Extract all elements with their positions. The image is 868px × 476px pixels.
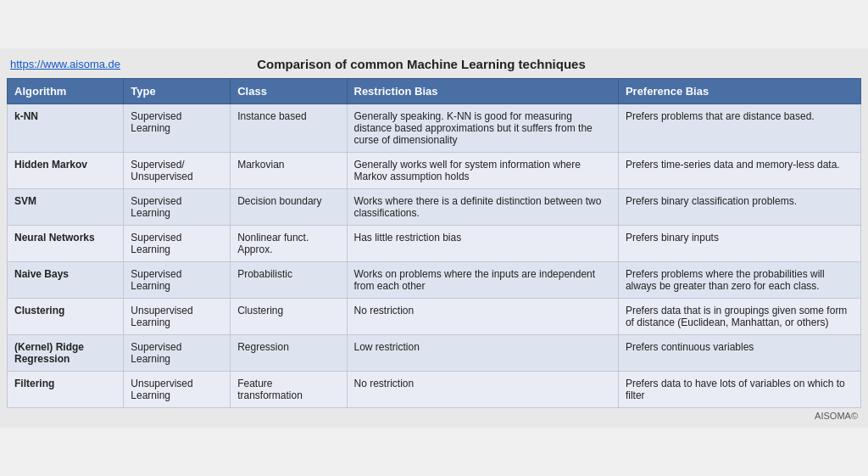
cell-algorithm: Filtering [8,372,124,408]
cell-type: Supervised Learning [124,262,231,299]
cell-algorithm: (Kernel) Ridge Regression [8,335,124,372]
cell-restriction: Works where there is a definite distinct… [347,189,618,226]
cell-class: Decision boundary [231,189,347,226]
cell-preference: Prefers binary inputs [618,226,860,262]
col-algorithm: Algorithm [8,79,124,104]
cell-type: Supervised/ Unsupervised [124,153,231,189]
cell-preference: Prefers problems where the probabilities… [618,262,860,299]
cell-restriction: No restriction [347,299,618,335]
cell-algorithm: Clustering [8,299,124,335]
copyright-text: AISOMA© [7,408,861,421]
col-restriction: Restriction Bias [347,79,618,104]
table-row: Hidden MarkovSupervised/ UnsupervisedMar… [8,153,861,189]
table-header-row: Algorithm Type Class Restriction Bias Pr… [8,79,861,104]
cell-algorithm: Neural Networks [8,226,124,262]
cell-algorithm: Hidden Markov [8,153,124,189]
cell-class: Nonlinear funct. Approx. [231,226,347,262]
cell-restriction: Works on problems where the inputs are i… [347,262,618,299]
cell-preference: Prefers binary classification problems. [618,189,860,226]
cell-restriction: Low restriction [347,335,618,372]
cell-type: Supervised Learning [124,335,231,372]
col-class: Class [231,79,347,104]
page-title: Comparison of common Machine Learning te… [120,57,722,71]
cell-class: Regression [231,335,347,372]
table-row: SVMSupervised LearningDecision boundaryW… [8,189,861,226]
cell-type: Supervised Learning [124,189,231,226]
table-row: k-NNSupervised LearningInstance basedGen… [8,104,861,153]
top-bar: https://www.aisoma.de Comparison of comm… [7,55,861,73]
cell-type: Supervised Learning [124,226,231,262]
cell-algorithm: k-NN [8,104,124,153]
cell-restriction: Has little restriction bias [347,226,618,262]
cell-type: Unsupervised Learning [124,299,231,335]
comparison-table: Algorithm Type Class Restriction Bias Pr… [7,78,861,408]
cell-class: Feature transformation [231,372,347,408]
table-row: Naive BaysSupervised LearningProbabilist… [8,262,861,299]
cell-type: Supervised Learning [124,104,231,153]
site-link[interactable]: https://www.aisoma.de [10,58,120,70]
cell-preference: Prefers time-series data and memory-less… [618,153,860,189]
cell-class: Instance based [231,104,347,153]
page-container: https://www.aisoma.de Comparison of comm… [0,48,868,428]
cell-restriction: Generally works well for system informat… [347,153,618,189]
col-preference: Preference Bias [618,79,860,104]
table-row: Neural NetworksSupervised LearningNonlin… [8,226,861,262]
table-row: (Kernel) Ridge RegressionSupervised Lear… [8,335,861,372]
cell-restriction: No restriction [347,372,618,408]
col-type: Type [124,79,231,104]
cell-preference: Prefers data that is in groupings given … [618,299,860,335]
cell-preference: Prefers problems that are distance based… [618,104,860,153]
table-row: FilteringUnsupervised LearningFeature tr… [8,372,861,408]
cell-class: Probabilistic [231,262,347,299]
cell-restriction: Generally speaking. K-NN is good for mea… [347,104,618,153]
cell-preference: Prefers data to have lots of variables o… [618,372,860,408]
cell-class: Clustering [231,299,347,335]
cell-type: Unsupervised Learning [124,372,231,408]
table-row: ClusteringUnsupervised LearningClusterin… [8,299,861,335]
cell-algorithm: SVM [8,189,124,226]
cell-algorithm: Naive Bays [8,262,124,299]
cell-preference: Prefers continuous variables [618,335,860,372]
cell-class: Markovian [231,153,347,189]
